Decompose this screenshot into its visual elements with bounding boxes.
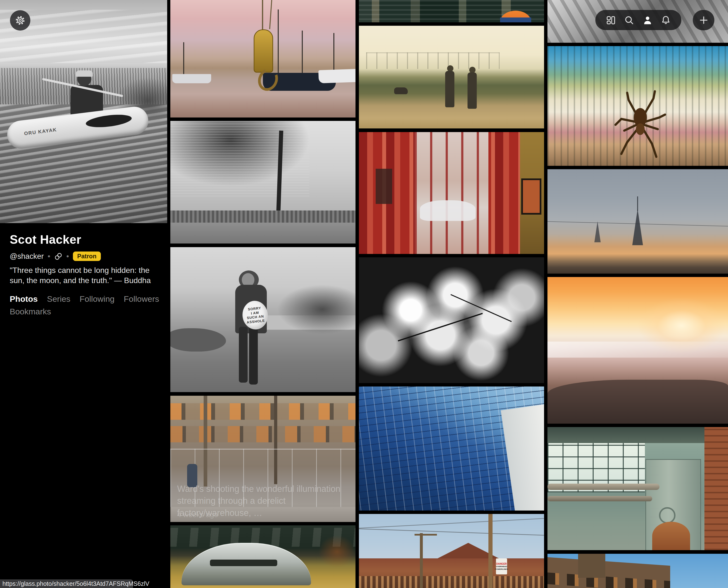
bush bbox=[278, 285, 356, 334]
grid-icon bbox=[606, 15, 616, 25]
pipe bbox=[547, 484, 660, 490]
crane-cable bbox=[269, 0, 272, 29]
danger-sign-text: DANGER bbox=[496, 563, 507, 565]
kayak-brand-text: ORU KAYAK bbox=[24, 127, 57, 136]
brick-column bbox=[704, 427, 728, 550]
photo-thumb-boats-sunset[interactable] bbox=[170, 0, 356, 118]
sailboat-mast bbox=[278, 9, 279, 75]
sheer-window-panel bbox=[414, 132, 489, 254]
power-wire bbox=[359, 528, 544, 536]
picture-frame bbox=[376, 169, 392, 204]
photo-thumb-spider[interactable] bbox=[547, 46, 728, 166]
hanging-moss bbox=[170, 121, 309, 197]
search-icon bbox=[624, 15, 634, 25]
browse-button[interactable] bbox=[606, 15, 616, 25]
browser-status-url: https://glass.photo/shacker/5o6l4t3Atd7A… bbox=[0, 580, 133, 588]
photo-thumb-red-curtains[interactable] bbox=[359, 132, 544, 254]
utility-pole bbox=[488, 514, 492, 588]
photo-thumb-mossy-trees[interactable] bbox=[170, 121, 356, 244]
tab-followers[interactable]: Followers bbox=[124, 294, 159, 304]
create-button[interactable] bbox=[693, 10, 714, 30]
photo-thumb-blue-building[interactable] bbox=[359, 386, 544, 510]
hero-kayak-cockpit bbox=[85, 113, 133, 129]
photo-thumb-waterfront-powerlines[interactable]: DANGER OVERHEAD POWERLINES bbox=[359, 514, 544, 588]
ground bbox=[170, 223, 356, 244]
rust-patch bbox=[319, 535, 356, 568]
search-button[interactable] bbox=[624, 15, 634, 25]
photo-thumb-balloon-portrait[interactable]: SORRY I AM SUCH AN ASSHOLE bbox=[170, 247, 356, 392]
pole-crossarm bbox=[414, 534, 437, 536]
sailboat-mast bbox=[333, 33, 335, 75]
separator-dot: • bbox=[48, 252, 50, 261]
photo-thumb-water-reflections[interactable] bbox=[359, 0, 544, 22]
photo-thumb-airstream[interactable] bbox=[170, 525, 356, 588]
hover-caption-meta: 4 weeks ago bbox=[177, 510, 218, 519]
dark-hills bbox=[547, 380, 728, 424]
fog-bank bbox=[547, 341, 728, 358]
bell-icon bbox=[661, 15, 671, 25]
danger-sign-text: POWERLINES bbox=[495, 568, 508, 570]
transmission-tower bbox=[632, 209, 643, 245]
profile-cover-photo: ORU KAYAK bbox=[0, 0, 167, 223]
tab-bookmarks[interactable]: Bookmarks bbox=[10, 307, 51, 316]
sailboat-hull bbox=[318, 68, 356, 83]
photo-thumb-factory-dusk[interactable]: Ward's shooting the wonderful illuminati… bbox=[170, 396, 356, 522]
power-wire bbox=[359, 518, 544, 528]
danger-sign: DANGER OVERHEAD POWERLINES bbox=[496, 559, 507, 574]
glass-profile-page: ORU KAYAK Scot Hacker @shacker • • Patro… bbox=[0, 0, 728, 588]
profile-handle: @shacker bbox=[10, 252, 44, 261]
notifications-button[interactable] bbox=[661, 15, 671, 25]
rocks bbox=[170, 328, 226, 352]
separator-dot: • bbox=[66, 252, 69, 261]
plus-icon bbox=[699, 15, 709, 25]
photo-thumb-infrared-tree[interactable] bbox=[359, 257, 544, 383]
top-nav-pill bbox=[595, 10, 681, 30]
photo-thumb-field-walk[interactable] bbox=[359, 26, 544, 128]
warehouse-windows bbox=[359, 576, 544, 588]
settings-button[interactable] bbox=[10, 10, 31, 30]
sailboat-mast bbox=[302, 30, 303, 78]
chain-link-icon[interactable] bbox=[54, 252, 62, 260]
transmission-tower bbox=[594, 222, 601, 242]
figure-head bbox=[447, 65, 453, 71]
profile-name: Scot Hacker bbox=[10, 233, 81, 247]
fence bbox=[170, 210, 356, 223]
profile-handle-row: @shacker • • Patron bbox=[10, 252, 101, 261]
tab-following[interactable]: Following bbox=[80, 294, 115, 304]
figure-head bbox=[469, 67, 476, 73]
photo-thumb-sunset-fog[interactable] bbox=[547, 277, 728, 424]
tab-photos[interactable]: Photos bbox=[10, 294, 38, 304]
boiler-porthole bbox=[659, 507, 675, 524]
sailboat-hull bbox=[172, 74, 211, 83]
tab-series[interactable]: Series bbox=[47, 294, 70, 304]
dog-silhouette bbox=[394, 87, 408, 94]
building-windows bbox=[547, 573, 670, 588]
profile-tabs: Photos Series Following Followers bbox=[10, 294, 159, 304]
photo-thumb-fog-pylons[interactable] bbox=[547, 169, 728, 274]
spider-icon bbox=[612, 87, 668, 160]
blurred-car bbox=[420, 200, 476, 221]
hero-paddler-cap bbox=[76, 70, 93, 77]
gear-icon bbox=[15, 15, 25, 26]
photo-thumb-boiler-room[interactable] bbox=[547, 427, 728, 550]
crane-cable bbox=[262, 0, 263, 31]
sailboat-mast bbox=[183, 42, 184, 78]
figure-leg bbox=[239, 327, 248, 383]
walking-figure bbox=[445, 71, 454, 107]
pipe bbox=[547, 496, 652, 501]
figure-leg bbox=[249, 327, 258, 384]
brick-building bbox=[547, 557, 670, 588]
airstream-trailer bbox=[182, 543, 311, 585]
trailer-window bbox=[210, 560, 277, 566]
photo-thumb-brick-industrial[interactable] bbox=[547, 554, 728, 588]
profile-button[interactable] bbox=[642, 15, 653, 25]
utility-pole bbox=[420, 533, 423, 588]
port-cranes bbox=[366, 52, 500, 69]
building-tower bbox=[578, 554, 605, 578]
factory-roof bbox=[547, 427, 728, 443]
crane-pulley bbox=[254, 29, 273, 72]
factory-window-row bbox=[170, 403, 356, 420]
white-foliage bbox=[359, 257, 544, 383]
picture-frame bbox=[521, 178, 541, 215]
patron-badge[interactable]: Patron bbox=[73, 252, 101, 261]
